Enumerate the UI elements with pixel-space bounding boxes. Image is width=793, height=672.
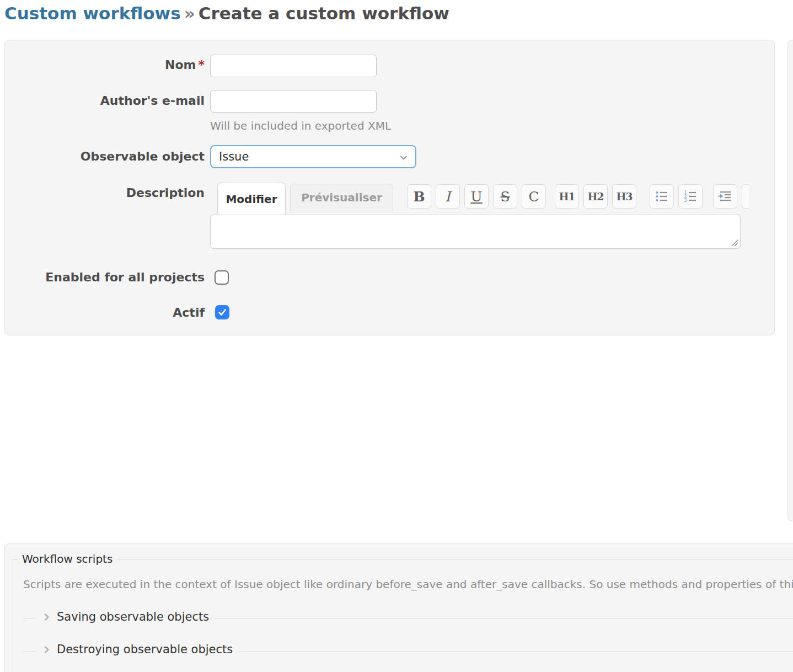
description-textarea[interactable] (210, 215, 741, 249)
indent-icon (718, 189, 732, 204)
saving-observable-objects-fieldset: Saving observable objects (23, 618, 793, 619)
underline-button[interactable]: U (464, 184, 489, 209)
chevron-right-icon (42, 612, 51, 622)
bold-button[interactable]: B (407, 184, 431, 209)
heading2-button[interactable]: H2 (583, 184, 608, 209)
chevron-down-icon (399, 153, 409, 163)
svg-text:3: 3 (684, 198, 687, 203)
active-checkbox[interactable] (215, 305, 229, 319)
chevron-right-icon (42, 645, 51, 654)
workflow-scripts-panel: Workflow scripts Scripts are executed in… (4, 543, 793, 672)
tab-edit[interactable]: Modifier (217, 183, 286, 215)
author-email-label: Author's e-mail (5, 94, 205, 108)
ordered-list-button[interactable]: 1 2 3 (678, 184, 703, 209)
breadcrumb-link-custom-workflows[interactable]: Custom workflows (4, 3, 181, 23)
code-button[interactable]: C (522, 184, 546, 209)
heading3-button[interactable]: H3 (612, 184, 636, 209)
observable-object-select[interactable]: Issue (210, 145, 416, 168)
indent-button[interactable] (713, 184, 737, 209)
heading1-button[interactable]: H1 (555, 184, 579, 209)
name-label: Nom* (5, 58, 205, 72)
toolbar-button-partial[interactable] (742, 184, 749, 209)
formatting-toolbar: B I U S C H1 H2 H3 1 (407, 184, 749, 210)
saving-observable-objects-toggle[interactable]: Saving observable objects (35, 610, 216, 623)
breadcrumb-separator: » (181, 3, 199, 23)
email-hint: Will be included in exported XML (210, 119, 391, 132)
italic-button[interactable]: I (436, 184, 460, 209)
description-label: Description (5, 186, 205, 200)
breadcrumb: Custom workflows»Create a custom workflo… (4, 3, 449, 23)
enabled-for-all-projects-checkbox[interactable] (215, 270, 229, 285)
required-asterisk: * (196, 58, 205, 72)
workflow-form-panel: Nom* Author's e-mail Will be included in… (4, 40, 775, 335)
active-label: Actif (5, 306, 205, 319)
workflow-scripts-legend: Workflow scripts (18, 552, 117, 566)
ordered-list-icon: 1 2 3 (683, 189, 698, 204)
author-email-input[interactable] (210, 90, 377, 113)
name-input[interactable] (210, 55, 377, 77)
unordered-list-icon (655, 189, 669, 204)
tab-preview[interactable]: Prévisualiser (290, 184, 393, 211)
observable-object-label: Observable object (5, 150, 205, 163)
strikethrough-button[interactable]: S (493, 184, 517, 209)
destroying-observable-objects-toggle[interactable]: Destroying observable objects (35, 643, 239, 656)
sidebar-panel (787, 40, 793, 521)
checkmark-icon (217, 307, 227, 317)
unordered-list-button[interactable] (650, 184, 674, 209)
destroying-observable-objects-fieldset: Destroying observable objects (23, 651, 793, 652)
workflow-scripts-fieldset: Workflow scripts Scripts are executed in… (13, 559, 793, 672)
observable-object-value: Issue (219, 150, 249, 163)
scripts-intro-text: Scripts are executed in the context of I… (23, 578, 793, 591)
page-title: Create a custom workflow (199, 3, 449, 23)
page: Custom workflows»Create a custom workflo… (0, 0, 793, 672)
resize-handle-icon[interactable] (730, 238, 738, 247)
enabled-for-all-projects-label: Enabled for all projects (5, 270, 205, 284)
